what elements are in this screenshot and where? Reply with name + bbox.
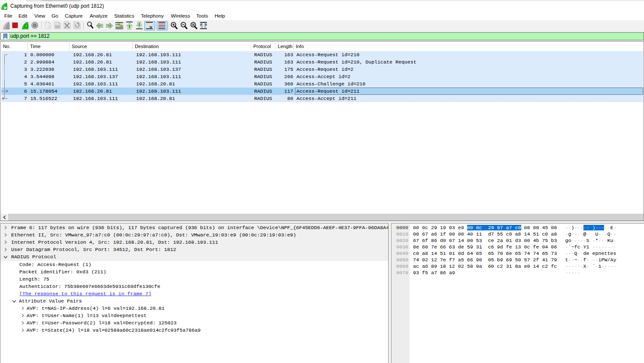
- svg-text:010: 010: [55, 25, 59, 28]
